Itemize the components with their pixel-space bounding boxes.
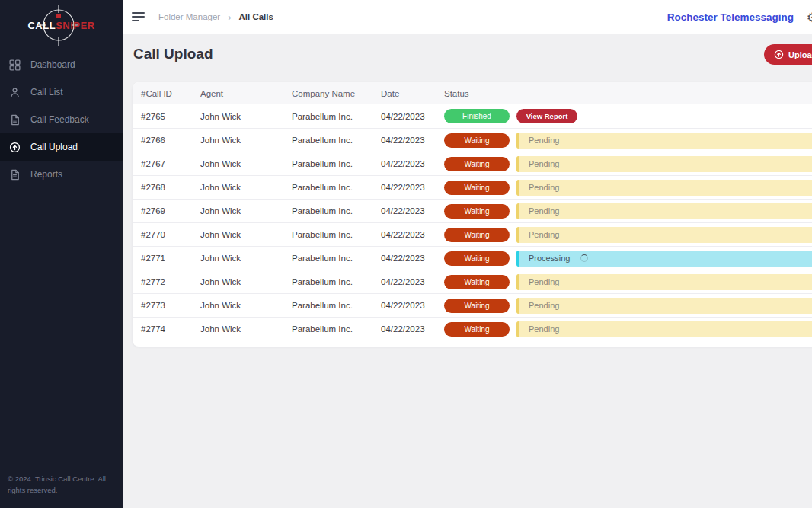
upload-call-button[interactable]: Upload Call <box>764 44 812 65</box>
status-badge[interactable]: Waiting <box>444 251 510 266</box>
status-badge[interactable]: Waiting <box>444 299 510 313</box>
action-cell: Pending <box>516 274 812 290</box>
cell-company: Parabellum Inc. <box>292 230 381 239</box>
gear-icon[interactable]: ⚙ <box>807 10 812 26</box>
sidebar-nav: Dashboard Call List Call Feedback Call U… <box>0 51 123 188</box>
cell-company: Parabellum Inc. <box>292 183 381 192</box>
logo-sniper: SNIPER <box>56 20 94 31</box>
status-badge[interactable]: Waiting <box>444 181 510 195</box>
cell-company: Parabellum Inc. <box>292 254 381 263</box>
sidebar-item-label: Call List <box>30 87 63 97</box>
sidebar-item-label: Call Feedback <box>30 114 89 125</box>
pending-label: Pending <box>529 136 559 145</box>
column-header-agent: Agent <box>200 89 292 98</box>
sidebar-item-call-list[interactable]: Call List <box>0 78 123 106</box>
table-row: #2770 John Wick Parabellum Inc. 04/22/20… <box>133 222 812 246</box>
pending-bar: Pending <box>516 298 812 314</box>
pending-label: Pending <box>529 230 559 239</box>
cell-agent: John Wick <box>200 254 292 263</box>
table-row: #2773 John Wick Parabellum Inc. 04/22/20… <box>133 293 812 317</box>
pending-bar: Pending <box>516 180 812 196</box>
cell-company: Parabellum Inc. <box>292 112 381 121</box>
cell-call-id: #2774 <box>141 324 200 334</box>
pending-label: Pending <box>529 324 559 334</box>
action-cell: View Report <box>516 109 812 123</box>
table-row: #2771 John Wick Parabellum Inc. 04/22/20… <box>133 246 812 270</box>
status-badge[interactable]: Waiting <box>444 228 510 242</box>
cell-date: 04/22/2023 <box>381 112 444 121</box>
cell-call-id: #2768 <box>141 183 200 192</box>
status-badge[interactable]: Waiting <box>444 204 510 219</box>
cell-company: Parabellum Inc. <box>292 206 381 216</box>
cell-date: 04/22/2023 <box>381 183 444 192</box>
action-cell: Pending <box>516 321 812 337</box>
cell-agent: John Wick <box>200 112 292 121</box>
pending-label: Pending <box>529 183 559 192</box>
pending-label: Pending <box>529 301 559 310</box>
breadcrumb-current: All Calls <box>239 12 273 21</box>
pending-bar: Pending <box>516 321 812 337</box>
breadcrumb-parent[interactable]: Folder Manager <box>158 12 220 21</box>
cell-date: 04/22/2023 <box>381 324 444 334</box>
action-cell: Pending <box>516 133 812 149</box>
status-badge[interactable]: Waiting <box>444 157 510 171</box>
status-badge[interactable]: Waiting <box>444 133 510 148</box>
document-icon <box>8 168 21 181</box>
logo: CALLSNIPER <box>0 0 123 51</box>
menu-toggle-icon[interactable] <box>132 12 145 21</box>
spinner-icon <box>580 254 588 262</box>
action-cell: Processing <box>516 251 812 267</box>
table-row: #2774 John Wick Parabellum Inc. 04/22/20… <box>133 317 812 340</box>
table-row: #2765 John Wick Parabellum Inc. 04/22/20… <box>133 104 812 128</box>
status-badge[interactable]: Waiting <box>444 275 510 289</box>
cell-company: Parabellum Inc. <box>292 159 381 168</box>
pending-bar: Pending <box>516 227 812 243</box>
cell-agent: John Wick <box>200 324 292 334</box>
sidebar-item-dashboard[interactable]: Dashboard <box>0 51 123 78</box>
cell-company: Parabellum Inc. <box>292 136 381 145</box>
table-row: #2767 John Wick Parabellum Inc. 04/22/20… <box>133 152 812 175</box>
account-name-link[interactable]: Rochester Telemessaging <box>667 0 794 34</box>
logo-call: CALL <box>27 20 56 31</box>
cell-call-id: #2765 <box>141 112 200 121</box>
pending-label: Pending <box>529 206 559 216</box>
processing-label: Processing <box>529 254 570 263</box>
cell-agent: John Wick <box>200 159 292 168</box>
cell-date: 04/22/2023 <box>381 230 444 239</box>
upload-button-label: Upload Call <box>788 50 812 59</box>
cell-date: 04/22/2023 <box>381 136 444 145</box>
calls-table-card: #Call ID Agent Company Name Date Status … <box>133 82 812 347</box>
cell-call-id: #2772 <box>141 277 200 286</box>
breadcrumb: Folder Manager › All Calls <box>158 11 273 23</box>
view-report-button[interactable]: View Report <box>516 109 577 123</box>
cell-call-id: #2773 <box>141 301 200 310</box>
sidebar-item-label: Call Upload <box>30 142 78 152</box>
cell-call-id: #2767 <box>141 159 200 168</box>
cell-date: 04/22/2023 <box>381 277 444 286</box>
cell-call-id: #2771 <box>141 254 200 263</box>
column-header-call-id: #Call ID <box>141 89 200 98</box>
upload-icon <box>774 50 784 59</box>
user-icon <box>8 86 21 98</box>
pending-label: Pending <box>529 277 559 286</box>
sidebar: CALLSNIPER Dashboard Call List Call Feed… <box>0 0 123 508</box>
logo-text: CALLSNIPER <box>27 20 94 31</box>
cell-agent: John Wick <box>200 301 292 310</box>
status-badge[interactable]: Waiting <box>444 322 510 337</box>
table-body: #2765 John Wick Parabellum Inc. 04/22/20… <box>133 104 812 340</box>
table-row: #2768 John Wick Parabellum Inc. 04/22/20… <box>133 175 812 199</box>
chevron-right-icon: › <box>228 11 231 23</box>
table-row: #2769 John Wick Parabellum Inc. 04/22/20… <box>133 199 812 222</box>
cell-call-id: #2770 <box>141 230 200 239</box>
cell-agent: John Wick <box>200 277 292 286</box>
sidebar-item-call-upload[interactable]: Call Upload <box>0 133 123 161</box>
processing-bar: Processing <box>516 251 812 267</box>
sidebar-item-call-feedback[interactable]: Call Feedback <box>0 106 123 133</box>
main-area: Folder Manager › All Calls Rochester Tel… <box>123 0 812 508</box>
pending-bar: Pending <box>516 203 812 219</box>
content: Call Upload Upload Call #Call ID Agent C… <box>123 34 812 508</box>
action-cell: Pending <box>516 203 812 219</box>
sidebar-item-reports[interactable]: Reports <box>0 161 123 188</box>
status-badge[interactable]: Finished <box>444 109 510 123</box>
table-row: #2766 John Wick Parabellum Inc. 04/22/20… <box>133 128 812 152</box>
